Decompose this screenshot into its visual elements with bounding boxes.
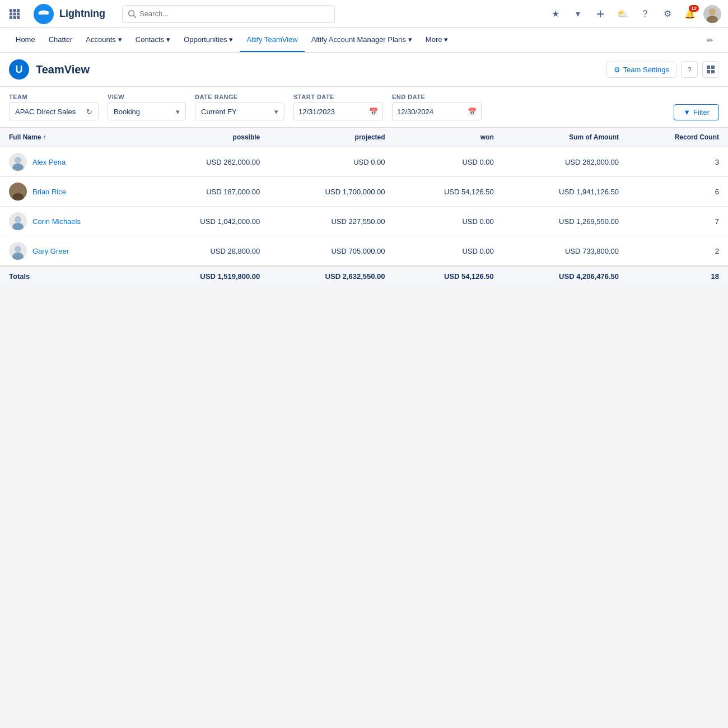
settings-button[interactable]: ⚙	[659, 5, 676, 23]
cell-record-count: 7	[628, 207, 728, 236]
svg-rect-18	[711, 70, 715, 73]
page-title: TeamView	[36, 63, 90, 76]
cell-won: USD 0.00	[394, 236, 503, 267]
end-date-filter-group: End Date 12/30/2024 📅	[392, 94, 482, 120]
cell-record-count: 6	[628, 177, 728, 207]
add-button[interactable]	[591, 5, 609, 23]
totals-won: USD 54,126.50	[394, 266, 503, 286]
col-header-won[interactable]: won	[394, 128, 503, 147]
search-icon	[128, 10, 136, 18]
table-row: Alex Pena USD 262,000.00 USD 0.00 USD 0.…	[0, 147, 728, 177]
nav-altify-teamview[interactable]: Altify TeamView	[240, 28, 304, 52]
cell-possible: USD 28,800.00	[144, 236, 269, 267]
svg-point-13	[709, 8, 716, 15]
cell-possible: USD 1,042,000.00	[144, 207, 269, 236]
favorites-dropdown-button[interactable]: ▾	[569, 5, 587, 23]
teamview-icon: U	[9, 59, 29, 80]
svg-rect-2	[17, 9, 20, 12]
view-label: View	[108, 94, 186, 100]
cell-won: USD 54,126.50	[394, 177, 503, 207]
totals-row: Totals USD 1,519,800.00 USD 2,632,550.00…	[0, 266, 728, 286]
filter-icon: ▼	[683, 108, 690, 116]
person-name-link[interactable]: Gary Greer	[32, 247, 69, 255]
app-grid-icon[interactable]	[7, 6, 22, 22]
col-header-record-count[interactable]: Record Count	[628, 128, 728, 147]
notification-badge: 12	[689, 5, 699, 12]
sort-icon: ↑	[43, 133, 46, 141]
cell-won: USD 0.00	[394, 147, 503, 177]
nav-accounts[interactable]: Accounts ▾	[79, 28, 128, 52]
nav-contacts[interactable]: Contacts ▾	[129, 28, 177, 52]
nav-more[interactable]: More ▾	[419, 28, 455, 52]
cell-record-count: 3	[628, 147, 728, 177]
account-manager-dropdown-icon: ▾	[408, 35, 412, 44]
col-header-sum-amount[interactable]: Sum of Amount	[503, 128, 628, 147]
totals-sum-amount: USD 4,206,476.50	[503, 266, 628, 286]
opportunities-dropdown-icon: ▾	[229, 35, 233, 44]
svg-point-25	[15, 246, 21, 253]
search-bar[interactable]	[122, 5, 335, 23]
start-date-calendar-icon: 📅	[369, 108, 378, 116]
cloud-button[interactable]: ⛅	[614, 5, 632, 23]
cell-name: Brian Rice	[0, 177, 144, 207]
top-navigation: Lightning ★ ▾ ⛅ ? ⚙ 🔔 12	[0, 0, 728, 28]
favorites-button[interactable]: ★	[547, 5, 564, 23]
col-header-projected[interactable]: projected	[269, 128, 394, 147]
help-button[interactable]: ?	[636, 5, 654, 23]
cell-name: Gary Greer	[0, 236, 144, 267]
svg-rect-17	[707, 70, 710, 73]
top-nav-icons: ★ ▾ ⛅ ? ⚙ 🔔 12	[547, 5, 721, 23]
svg-point-22	[12, 193, 24, 200]
nav-chatter[interactable]: Chatter	[42, 28, 80, 52]
svg-point-24	[12, 223, 24, 230]
person-avatar	[9, 242, 27, 260]
secondary-navigation: Home Chatter Accounts ▾ Contacts ▾ Oppor…	[0, 28, 728, 53]
svg-point-23	[15, 216, 21, 223]
team-data-table: Full Name ↑ possible projected won Sum o…	[0, 128, 728, 286]
cell-name: Alex Pena	[0, 147, 144, 177]
contacts-dropdown-icon: ▾	[166, 35, 170, 44]
edit-page-button[interactable]: ✏	[701, 31, 719, 49]
team-settings-button[interactable]: ⚙ Team Settings	[606, 62, 676, 78]
totals-label: Totals	[0, 266, 144, 286]
date-range-dropdown-icon: ▾	[274, 108, 278, 116]
col-header-name[interactable]: Full Name ↑	[0, 128, 144, 147]
cell-projected: USD 705,000.00	[269, 236, 394, 267]
filter-button[interactable]: ▼ Filter	[674, 104, 719, 120]
cell-sum-amount: USD 733,800.00	[503, 236, 628, 267]
search-input[interactable]	[139, 10, 329, 18]
page-content: U TeamView ⚙ Team Settings ? Team APAC D…	[0, 53, 728, 286]
nav-home[interactable]: Home	[9, 28, 42, 52]
table-row: Corin Michaels USD 1,042,000.00 USD 227,…	[0, 207, 728, 236]
svg-point-26	[12, 253, 24, 260]
page-help-button[interactable]: ?	[681, 61, 698, 78]
svg-rect-12	[597, 13, 604, 15]
settings-gear-icon: ⚙	[614, 66, 620, 74]
app-name: Lightning	[59, 8, 105, 20]
person-name-link[interactable]: Brian Rice	[32, 188, 66, 196]
team-select[interactable]: APAC Direct Sales ↻	[9, 102, 99, 120]
user-avatar[interactable]	[703, 5, 721, 23]
svg-point-19	[15, 157, 21, 164]
nav-opportunities[interactable]: Opportunities ▾	[177, 28, 240, 52]
start-date-label: Start Date	[293, 94, 383, 100]
svg-point-20	[12, 164, 24, 171]
start-date-input[interactable]: 12/31/2023 📅	[293, 102, 383, 120]
cell-sum-amount: USD 1,941,126.50	[503, 177, 628, 207]
svg-rect-3	[10, 12, 12, 15]
cell-sum-amount: USD 1,269,550.00	[503, 207, 628, 236]
col-header-possible[interactable]: possible	[144, 128, 269, 147]
view-dropdown-icon: ▾	[176, 108, 180, 116]
end-date-input[interactable]: 12/30/2024 📅	[392, 102, 482, 120]
person-name-link[interactable]: Corin Michaels	[32, 217, 81, 226]
cell-won: USD 0.00	[394, 207, 503, 236]
svg-rect-8	[17, 16, 20, 19]
person-name-link[interactable]: Alex Pena	[32, 158, 66, 166]
view-select[interactable]: Booking ▾	[108, 102, 186, 120]
grid-view-button[interactable]	[702, 61, 719, 78]
nav-altify-account-manager[interactable]: Altify Account Manager Plans ▾	[305, 28, 419, 52]
svg-rect-7	[13, 16, 16, 19]
date-range-select[interactable]: Current FY ▾	[195, 102, 284, 120]
notifications-wrapper: 🔔 12	[681, 5, 699, 23]
team-select-icon: ↻	[86, 108, 92, 116]
